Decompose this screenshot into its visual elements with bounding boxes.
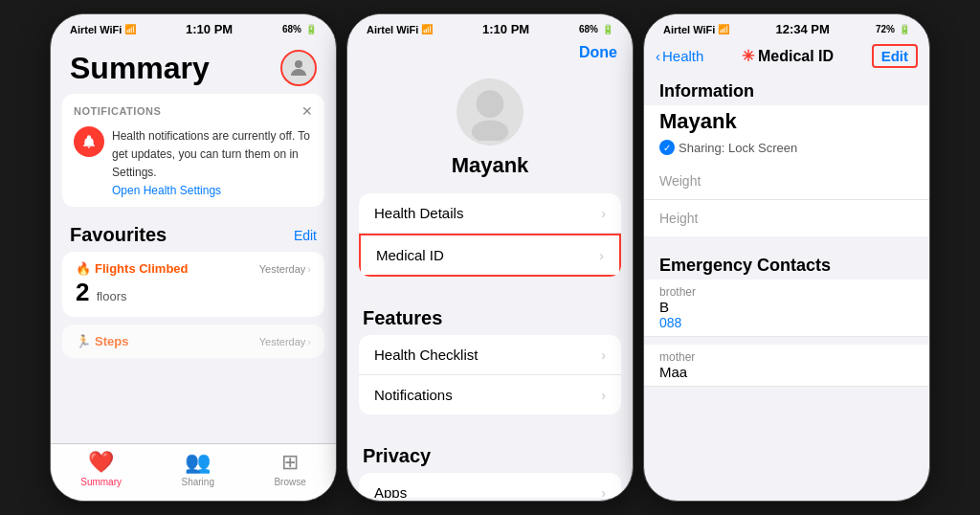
profile-name: Mayank bbox=[452, 153, 529, 178]
menu-section-health: Health Details › Medical ID › bbox=[359, 193, 621, 277]
avatar-button[interactable] bbox=[280, 50, 317, 86]
medical-star-icon: ✳ bbox=[742, 47, 754, 65]
tab-summary[interactable]: ❤️ Summary bbox=[80, 450, 122, 487]
person-info-card: Mayank ✓ Sharing: Lock Screen Weight Hei… bbox=[644, 105, 929, 236]
contact-card-mother: mother Maa bbox=[644, 345, 929, 387]
menu-item-health-checklist[interactable]: Health Checklist › bbox=[359, 335, 621, 375]
menu-item-notifications-label: Notifications bbox=[374, 387, 453, 403]
fav-item-flights-value: 2 floors bbox=[76, 278, 311, 307]
info-header: Information bbox=[644, 76, 929, 105]
done-button[interactable]: Done bbox=[579, 44, 617, 61]
profile-avatar bbox=[457, 78, 523, 146]
nav-bar-3: ‹ Health ✳ Medical ID Edit bbox=[644, 40, 929, 76]
svg-point-0 bbox=[295, 60, 302, 68]
fav-item-flights-date: Yesterday › bbox=[259, 263, 311, 275]
nav-bar-2: Done bbox=[347, 40, 633, 69]
contact-mother-relation: mother bbox=[659, 350, 914, 364]
fav-item-flights-name: 🔥 Flights Climbed bbox=[76, 261, 189, 276]
height-label: Height bbox=[659, 211, 698, 226]
notif-label: NOTIFICATIONS bbox=[74, 105, 161, 117]
wifi-icon-1: 📶 bbox=[124, 24, 136, 34]
phone2-content: Done Mayank Health Details › bbox=[347, 40, 633, 498]
status-left-2: Airtel WiFi 📶 bbox=[367, 24, 433, 35]
battery-icon-3: 🔋 bbox=[899, 24, 910, 34]
time-1: 1:10 PM bbox=[186, 22, 233, 36]
contact-brother-name: B bbox=[659, 299, 914, 315]
status-right-1: 68% 🔋 bbox=[282, 24, 317, 34]
menu-item-apps[interactable]: Apps › bbox=[359, 473, 621, 498]
chevron-back-icon: ‹ bbox=[656, 48, 660, 64]
status-left-1: Airtel WiFi 📶 bbox=[70, 24, 136, 35]
contact-mother-relation-row: mother Maa bbox=[644, 345, 929, 387]
edit-button[interactable]: Edit bbox=[872, 44, 918, 68]
privacy-header: Privacy bbox=[347, 430, 633, 473]
fav-item-steps[interactable]: 🏃 Steps Yesterday › bbox=[62, 325, 324, 358]
menu-item-notifications[interactable]: Notifications › bbox=[359, 375, 621, 414]
menu-item-health-details[interactable]: Health Details › bbox=[359, 193, 621, 234]
tab-sharing[interactable]: 👥 Sharing bbox=[181, 450, 213, 487]
phone-2: Airtel WiFi 📶 1:10 PM 68% 🔋 Done bbox=[346, 13, 634, 502]
browse-icon: ⊞ bbox=[281, 450, 299, 475]
chevron-checklist: › bbox=[601, 347, 606, 363]
menu-item-medical-id[interactable]: Medical ID › bbox=[359, 234, 621, 277]
nav-medical-id-label: Medical ID bbox=[758, 48, 834, 65]
status-right-3: 72% 🔋 bbox=[876, 24, 910, 34]
chevron-health-details: › bbox=[601, 206, 606, 221]
contact-brother-phone[interactable]: 088 bbox=[659, 315, 914, 330]
favourites-edit[interactable]: Edit bbox=[294, 228, 317, 243]
fav-item-steps-date: Yesterday › bbox=[259, 336, 311, 347]
carrier-1: Airtel WiFi bbox=[70, 24, 122, 35]
page-title-summary: Summary bbox=[70, 51, 210, 86]
status-bar-2: Airtel WiFi 📶 1:10 PM 68% 🔋 bbox=[347, 14, 633, 40]
fav-item-flights[interactable]: 🔥 Flights Climbed Yesterday › 2 floors bbox=[62, 252, 324, 317]
phone1-content: Summary NOTIFICATIONS ✕ bbox=[51, 40, 336, 474]
phone-3: Airtel WiFi 📶 12:34 PM 72% 🔋 ‹ Health ✳ … bbox=[643, 13, 930, 502]
weight-label: Weight bbox=[659, 173, 701, 189]
fav-item-steps-row: 🏃 Steps Yesterday › bbox=[76, 334, 311, 348]
menu-item-apps-label: Apps bbox=[374, 484, 407, 498]
height-field[interactable]: Height bbox=[644, 200, 929, 236]
phone3-content: ‹ Health ✳ Medical ID Edit Information M… bbox=[644, 40, 929, 498]
features-header: Features bbox=[347, 292, 633, 335]
status-left-3: Airtel WiFi 📶 bbox=[663, 24, 729, 35]
person-icon bbox=[287, 56, 310, 79]
weight-field[interactable]: Weight bbox=[644, 163, 929, 200]
nav-title-medical-id: ✳ Medical ID bbox=[742, 47, 834, 65]
back-button[interactable]: ‹ Health bbox=[656, 48, 703, 64]
heart-icon: ❤️ bbox=[88, 450, 114, 475]
carrier-3: Airtel WiFi bbox=[663, 24, 715, 35]
chevron-medical-id: › bbox=[599, 248, 604, 263]
battery-pct-3: 72% bbox=[876, 24, 895, 34]
open-settings-link[interactable]: Open Health Settings bbox=[112, 184, 313, 197]
notif-message: Health notifications are currently off. … bbox=[112, 129, 310, 179]
svg-point-1 bbox=[477, 90, 504, 118]
menu-item-checklist-label: Health Checklist bbox=[374, 347, 478, 363]
battery-pct-2: 68% bbox=[579, 24, 598, 34]
back-label: Health bbox=[662, 48, 703, 64]
close-button[interactable]: ✕ bbox=[301, 103, 313, 119]
tab-browse[interactable]: ⊞ Browse bbox=[274, 450, 305, 487]
sharing-text: Sharing: Lock Screen bbox=[679, 141, 797, 155]
menu-section-privacy: Apps › bbox=[359, 473, 621, 498]
notif-body: Health notifications are currently off. … bbox=[74, 126, 313, 197]
favourites-header: Favourites Edit bbox=[51, 216, 336, 252]
bell-icon bbox=[81, 134, 97, 149]
contact-mother-name: Maa bbox=[659, 364, 914, 380]
tab-bar-1: ❤️ Summary 👥 Sharing ⊞ Browse bbox=[51, 443, 336, 501]
wifi-icon-2: 📶 bbox=[421, 24, 433, 34]
notif-header: NOTIFICATIONS ✕ bbox=[74, 103, 313, 119]
menu-item-medical-id-label: Medical ID bbox=[376, 247, 444, 263]
profile-section: Mayank bbox=[347, 69, 633, 193]
emergency-contacts-header: Emergency Contacts bbox=[644, 244, 929, 280]
time-2: 1:10 PM bbox=[482, 22, 529, 36]
notifications-card: NOTIFICATIONS ✕ Health notifications are… bbox=[62, 94, 324, 207]
sharing-icon: 👥 bbox=[185, 450, 211, 475]
tab-browse-label: Browse bbox=[274, 477, 305, 487]
wifi-icon-3: 📶 bbox=[718, 24, 729, 34]
fav-item-flights-row: 🔥 Flights Climbed Yesterday › bbox=[76, 261, 311, 276]
sharing-row: ✓ Sharing: Lock Screen bbox=[644, 138, 929, 163]
svg-point-2 bbox=[472, 120, 508, 141]
tab-sharing-label: Sharing bbox=[181, 477, 213, 487]
contact-card-brother: brother B 088 bbox=[644, 280, 929, 337]
menu-section-features: Health Checklist › Notifications › bbox=[359, 335, 621, 414]
